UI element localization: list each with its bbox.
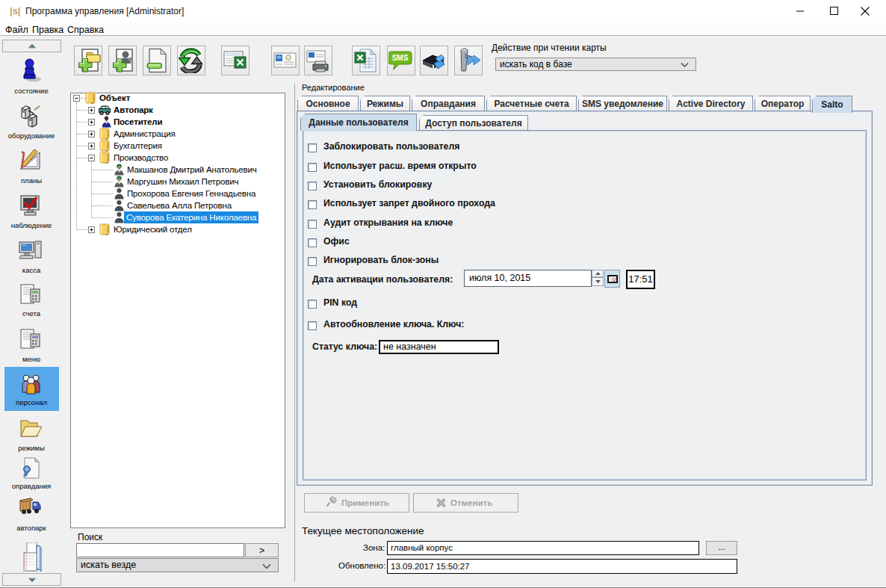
- svg-text:SMS: SMS: [392, 54, 409, 62]
